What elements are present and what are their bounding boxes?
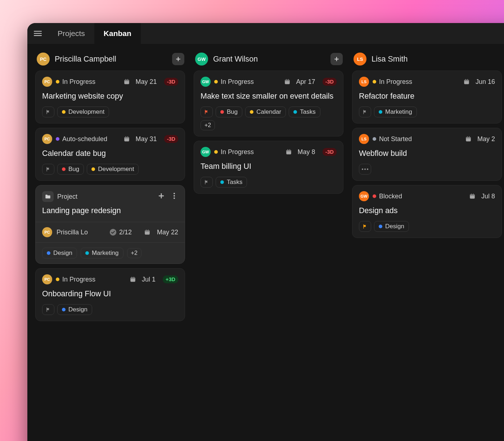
hamburger-icon xyxy=(34,30,42,37)
svg-rect-31 xyxy=(286,79,287,81)
flag-button[interactable] xyxy=(42,304,54,315)
card-more-button[interactable] xyxy=(359,164,371,175)
calendar-icon xyxy=(144,229,150,235)
more-tags-chip[interactable]: +2 xyxy=(127,248,141,258)
flag-button[interactable] xyxy=(42,164,54,175)
more-tags-chip[interactable]: +2 xyxy=(201,120,215,130)
task-card[interactable]: PCIn ProgressMay 21-3DMarketing website … xyxy=(35,71,185,123)
tab-projects[interactable]: Projects xyxy=(48,23,94,44)
project-meta: PCPriscilla Lo2/12May 22 xyxy=(36,222,185,243)
tag-chip[interactable]: Design xyxy=(374,221,409,232)
card-status: In Progress xyxy=(214,148,254,156)
flag-button[interactable] xyxy=(201,177,213,188)
svg-rect-21 xyxy=(146,230,147,231)
tag-chip[interactable]: Design xyxy=(57,304,92,315)
card-date: Jun 16 xyxy=(476,78,495,86)
task-card[interactable]: LSIn ProgressJun 16Refactor featureMarke… xyxy=(352,71,502,123)
svg-rect-4 xyxy=(176,59,180,59)
tag-chip[interactable]: Tasks xyxy=(216,177,247,188)
tag-chip[interactable]: Marketing xyxy=(81,248,123,258)
add-card-button[interactable] xyxy=(172,53,184,65)
card-meta-row: LSNot StartedMay 2 xyxy=(359,134,495,144)
flag-button[interactable] xyxy=(42,107,54,117)
card-avatar: PC xyxy=(42,134,52,144)
top-bar: Projects Kanban xyxy=(27,23,504,44)
svg-rect-40 xyxy=(467,79,468,81)
card-meta-row: GWIn ProgressMay 8-3D xyxy=(201,147,337,157)
flag-button[interactable] xyxy=(359,221,371,232)
column-title: Lisa Smith xyxy=(372,55,501,64)
card-avatar: PC xyxy=(42,77,52,87)
tag-chip[interactable]: Development xyxy=(57,107,109,117)
card-meta-row: PCAuto-scheduledMay 31-3D xyxy=(42,134,178,144)
column-avatar: LS xyxy=(354,53,366,66)
add-card-button[interactable] xyxy=(330,53,343,65)
calendar-icon xyxy=(123,78,130,85)
flag-button[interactable] xyxy=(359,107,371,117)
card-tags: Tasks xyxy=(201,177,337,188)
svg-rect-43 xyxy=(467,136,468,138)
task-card[interactable]: GWBlockedJul 8Design adsDesign xyxy=(352,185,502,238)
card-date: May 21 xyxy=(136,78,157,86)
task-card[interactable]: PCIn ProgressJul 1+3DOnboarding Flow UID… xyxy=(35,268,185,321)
svg-rect-6 xyxy=(124,80,129,81)
card-list: GWIn ProgressApr 17-3DMake text size sma… xyxy=(194,71,343,194)
task-card[interactable]: GWIn ProgressApr 17-3DMake text size sma… xyxy=(194,71,343,136)
svg-rect-42 xyxy=(466,137,471,139)
column-avatar: PC xyxy=(37,53,50,66)
tab-kanban[interactable]: Kanban xyxy=(94,23,141,44)
project-card[interactable]: ProjectLanding page redesignPCPriscilla … xyxy=(35,185,185,264)
project-more-button[interactable] xyxy=(170,192,178,201)
progress-badge: 2/12 xyxy=(109,229,132,236)
column-header: GWGrant Wilson xyxy=(194,50,343,71)
task-card[interactable]: PCAuto-scheduledMay 31-3DCalendar date b… xyxy=(35,128,185,181)
status-dot-icon xyxy=(373,80,376,84)
status-dot-icon xyxy=(214,150,218,154)
card-status: Not Started xyxy=(373,135,412,143)
card-status: In Progress xyxy=(56,78,95,86)
card-date: Jul 1 xyxy=(142,276,156,283)
svg-rect-39 xyxy=(465,79,466,81)
svg-rect-35 xyxy=(287,149,288,151)
calendar-icon xyxy=(123,136,130,142)
menu-button[interactable] xyxy=(27,30,48,37)
card-tags: Development xyxy=(42,107,178,117)
svg-rect-12 xyxy=(127,136,128,138)
tag-chip[interactable]: Bug xyxy=(216,107,242,117)
tag-chip[interactable]: Tasks xyxy=(289,107,320,117)
card-status: In Progress xyxy=(373,78,412,86)
flag-button[interactable] xyxy=(201,107,213,117)
card-date: May 8 xyxy=(298,148,315,156)
card-tags: Marketing xyxy=(359,107,495,117)
task-card[interactable]: GWIn ProgressMay 8-3DTeam billing UITask… xyxy=(194,141,343,194)
card-avatar: LS xyxy=(359,77,369,87)
svg-rect-48 xyxy=(473,194,474,195)
delta-badge: -3D xyxy=(164,135,178,143)
card-date: Jul 8 xyxy=(481,193,495,200)
svg-rect-8 xyxy=(127,79,128,81)
project-add-button[interactable] xyxy=(157,192,165,201)
tag-chip[interactable]: Bug xyxy=(57,164,84,175)
card-meta-row: LSIn ProgressJun 16 xyxy=(359,77,495,87)
project-title: Landing page redesign xyxy=(36,203,185,222)
status-dot-icon xyxy=(56,80,59,84)
svg-rect-11 xyxy=(125,136,126,138)
tag-chip[interactable]: Marketing xyxy=(374,107,417,117)
calendar-icon xyxy=(463,78,470,85)
svg-rect-30 xyxy=(285,80,290,81)
card-title: Marketing website copy xyxy=(42,91,178,102)
column-header: LSLisa Smith xyxy=(352,50,502,71)
delta-badge: -3D xyxy=(323,78,337,86)
task-card[interactable]: LSNot StartedMay 2Webflow build xyxy=(352,128,502,181)
tag-chip[interactable]: Development xyxy=(87,164,139,175)
column-header: PCPriscilla Campbell xyxy=(35,50,185,71)
tag-chip[interactable]: Calendar xyxy=(245,107,286,117)
tag-chip[interactable]: Design xyxy=(42,248,77,258)
kanban-column: LSLisa SmithLSIn ProgressJun 16Refactor … xyxy=(352,50,502,321)
status-dot-icon xyxy=(214,80,218,84)
svg-rect-46 xyxy=(470,194,475,196)
status-dot-icon xyxy=(56,137,59,141)
svg-rect-1 xyxy=(34,33,42,34)
svg-point-15 xyxy=(174,193,175,194)
column-avatar: GW xyxy=(195,53,208,66)
